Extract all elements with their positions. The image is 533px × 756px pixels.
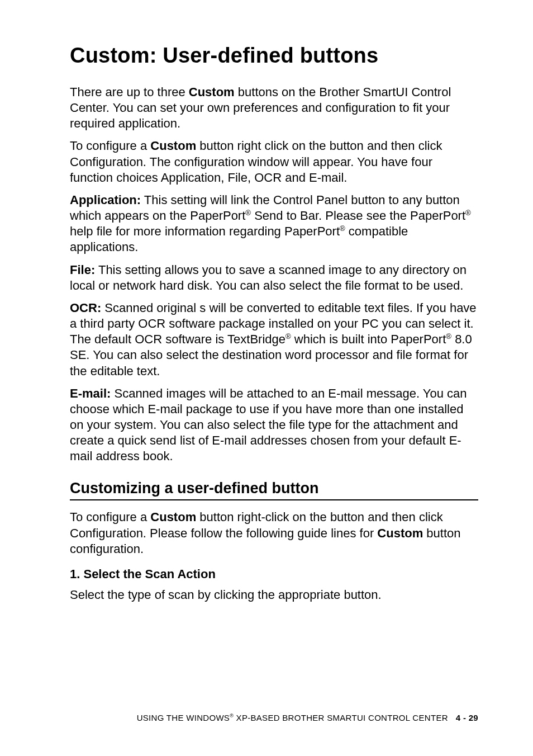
page: Custom: User-defined buttons There are u… <box>0 0 533 756</box>
step-heading: 1. Select the Scan Action <box>70 567 478 582</box>
label-ocr: OCR: <box>70 301 101 315</box>
registered-icon: ® <box>245 209 251 217</box>
intro-paragraph-2: To configure a Custom button right click… <box>70 138 478 185</box>
text: which is built into PaperPort <box>291 332 446 346</box>
label-email: E-mail: <box>70 386 111 400</box>
page-number: 4 - 29 <box>456 713 478 722</box>
text: Scanned images will be attached to an E-… <box>70 386 467 464</box>
text: To configure a <box>70 139 150 153</box>
custom-word: Custom <box>150 510 196 524</box>
label-file: File: <box>70 263 95 277</box>
email-paragraph: E-mail: Scanned images will be attached … <box>70 386 478 465</box>
ocr-paragraph: OCR: Scanned original s will be converte… <box>70 300 478 379</box>
text: There are up to three <box>70 85 189 99</box>
registered-icon: ® <box>340 224 345 233</box>
custom-word: Custom <box>377 526 423 540</box>
page-footer: USING THE WINDOWS® XP-BASED BROTHER SMAR… <box>70 713 478 722</box>
page-title: Custom: User-defined buttons <box>70 44 478 68</box>
text: Send to Bar. Please see the PaperPort <box>251 209 465 223</box>
registered-icon: ® <box>446 332 451 341</box>
text: To configure a <box>70 510 150 524</box>
registered-icon: ® <box>285 332 291 341</box>
section-paragraph: To configure a Custom button right-click… <box>70 509 478 556</box>
label-application: Application: <box>70 193 141 207</box>
text: help file for more information regarding… <box>70 224 340 238</box>
text: This setting allows you to save a scanne… <box>70 263 467 292</box>
custom-word: Custom <box>189 85 235 99</box>
file-paragraph: File: This setting allows you to save a … <box>70 262 478 294</box>
intro-paragraph-1: There are up to three Custom buttons on … <box>70 84 478 131</box>
footer-text: XP-BASED BROTHER SMARTUI CONTROL CENTER <box>234 713 448 722</box>
registered-icon: ® <box>465 209 471 217</box>
footer-text: USING THE WINDOWS <box>137 713 230 722</box>
application-paragraph: Application: This setting will link the … <box>70 192 478 256</box>
section-heading: Customizing a user-defined button <box>70 480 478 500</box>
step-paragraph: Select the type of scan by clicking the … <box>70 587 478 603</box>
custom-word: Custom <box>150 139 196 153</box>
